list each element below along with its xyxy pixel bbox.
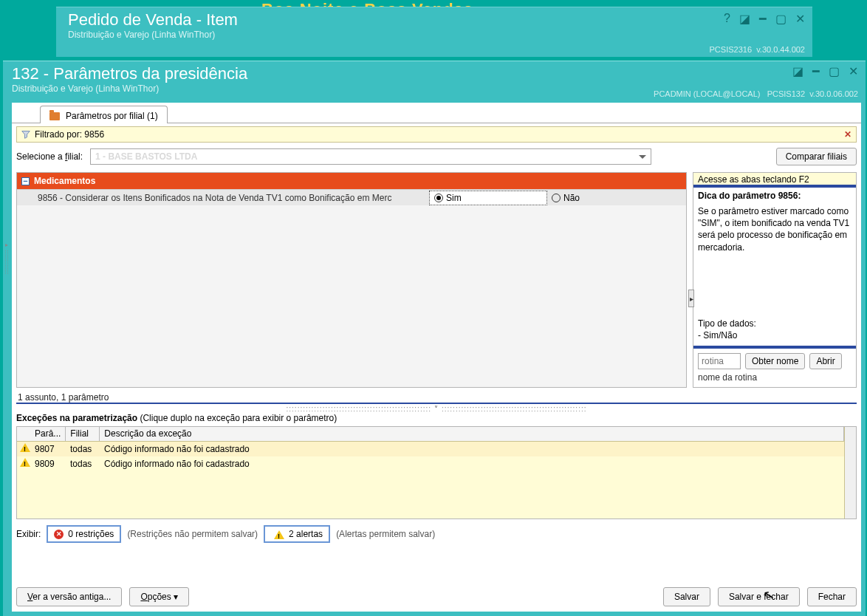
hint-title: Dica do parâmetro 9856: bbox=[693, 188, 856, 202]
window-settings-icon[interactable]: ◪ bbox=[739, 12, 750, 26]
ver-versao-antiga-button[interactable]: Ver a versão antiga... bbox=[16, 587, 122, 606]
obter-nome-button[interactable]: Obter nome bbox=[745, 353, 805, 369]
exception-row[interactable]: 9807 todas Código informado não foi cada… bbox=[17, 442, 844, 456]
window-meta: PCADMIN (LOCAL@LOCAL) PCSIS132 v.30.0.06… bbox=[654, 89, 858, 98]
option-sim[interactable]: Sim bbox=[429, 191, 547, 205]
section-title: Medicamentos bbox=[34, 176, 95, 186]
filter-strip: Filtrado por: 9856 ✕ bbox=[16, 126, 857, 143]
filial-select[interactable]: 1 - BASE BASTOS LTDA bbox=[90, 148, 651, 165]
rotina-name-label: nome da rotina bbox=[698, 369, 851, 383]
back-window-title: Pedido de Venda - Item bbox=[56, 7, 812, 30]
horizontal-splitter[interactable]: ::::::::::::::::::::::::::::::::::::::::… bbox=[16, 403, 857, 413]
grid-section-header[interactable]: − Medicamentos bbox=[17, 173, 686, 189]
radio-icon bbox=[552, 194, 561, 202]
hint-body: Se o parâmetro estiver marcado como "SIM… bbox=[693, 202, 856, 346]
collapse-icon[interactable]: − bbox=[21, 177, 30, 185]
minimize-icon[interactable]: ━ bbox=[759, 12, 767, 26]
restricoes-toggle[interactable]: ✕ 0 restrições bbox=[47, 525, 121, 543]
exibir-row: Exibir: ✕ 0 restrições (Restrições não p… bbox=[16, 525, 857, 543]
alertas-note: (Alertas permitem salvar) bbox=[336, 529, 435, 539]
help-icon[interactable]: ? bbox=[724, 12, 730, 26]
parameter-grid: − Medicamentos 9856 - Considerar os Iten… bbox=[16, 172, 687, 388]
front-window: 132 - Parâmetros da presidência Distribu… bbox=[3, 61, 866, 616]
salvar-button[interactable]: Salvar bbox=[663, 587, 710, 606]
filial-label: Selecione a filial: bbox=[16, 151, 83, 162]
salvar-fechar-button[interactable]: Salvar e fechar bbox=[718, 587, 800, 606]
filter-clear-icon[interactable]: ✕ bbox=[844, 129, 851, 140]
exception-row[interactable]: 9809 todas Código informado não foi cada… bbox=[17, 456, 844, 471]
exibir-label: Exibir: bbox=[16, 529, 41, 539]
filter-text: Filtrado por: 9856 bbox=[35, 129, 104, 140]
vertical-splitter[interactable]: ▸ ::::::::::::::: bbox=[1, 206, 12, 309]
error-icon: ✕ bbox=[54, 530, 64, 539]
folder-icon bbox=[49, 112, 60, 120]
window-title: 132 - Parâmetros da presidência bbox=[3, 61, 866, 83]
hint-tip: Acesse as abas teclando F2 bbox=[693, 173, 856, 188]
tab-label: Parâmetros por filial (1) bbox=[66, 111, 158, 121]
back-window-version: PCSIS2316 v.30.0.44.002 bbox=[710, 45, 805, 54]
parameter-description: 9856 - Considerar os Itens Bonificados n… bbox=[38, 193, 429, 203]
filial-selected-value: 1 - BASE BASTOS LTDA bbox=[95, 151, 197, 162]
compare-filiais-button[interactable]: Comparar filiais bbox=[776, 148, 857, 165]
option-nao[interactable]: Não bbox=[547, 191, 651, 205]
close-icon[interactable]: ✕ bbox=[849, 64, 858, 78]
fechar-button[interactable]: Fechar bbox=[807, 587, 857, 606]
col-descricao[interactable]: Descrição da exceção bbox=[100, 427, 844, 441]
hint-panel: Acesse as abas teclando F2 Dica do parâm… bbox=[693, 172, 857, 388]
col-filial[interactable]: Filial bbox=[66, 427, 100, 441]
grid-status: 1 assunto, 1 parâmetro bbox=[16, 388, 857, 403]
exceptions-grid: Parâ... Filial Descrição da exceção 9807… bbox=[16, 426, 857, 519]
abrir-button[interactable]: Abrir bbox=[809, 353, 841, 369]
warning-icon bbox=[20, 456, 30, 467]
warning-icon bbox=[20, 442, 30, 452]
exceptions-header-row: Parâ... Filial Descrição da exceção bbox=[17, 427, 844, 442]
col-parametro[interactable]: Parâ... bbox=[30, 427, 66, 441]
back-window-subtitle: Distribuição e Varejo (Linha WinThor) bbox=[56, 30, 812, 44]
rotina-input[interactable] bbox=[698, 353, 741, 369]
exceptions-heading: Exceções na parametrização (Clique duplo… bbox=[16, 413, 857, 423]
maximize-icon[interactable]: ▢ bbox=[829, 64, 840, 78]
window-settings-icon[interactable]: ◪ bbox=[792, 64, 803, 78]
exceptions-scrollbar[interactable] bbox=[844, 427, 856, 519]
maximize-icon[interactable]: ▢ bbox=[775, 12, 787, 26]
minimize-icon[interactable]: ━ bbox=[812, 64, 820, 78]
opcoes-button[interactable]: Opções ▾ bbox=[129, 587, 189, 606]
alertas-toggle[interactable]: 2 alertas bbox=[264, 525, 330, 543]
funnel-icon bbox=[21, 130, 30, 139]
parameter-row[interactable]: 9856 - Considerar os Itens Bonificados n… bbox=[17, 189, 686, 205]
radio-icon bbox=[434, 194, 443, 202]
restricoes-note: (Restrições não permitem salvar) bbox=[127, 529, 258, 539]
back-window: Pedido de Venda - Item Distribuição e Va… bbox=[56, 7, 812, 57]
close-icon[interactable]: ✕ bbox=[795, 12, 805, 26]
tab-parametros-por-filial[interactable]: Parâmetros por filial (1) bbox=[40, 106, 168, 123]
client-area: ▸ ::::::::::::::: Parâmetros por filial … bbox=[12, 103, 861, 612]
warning-icon bbox=[274, 529, 284, 539]
